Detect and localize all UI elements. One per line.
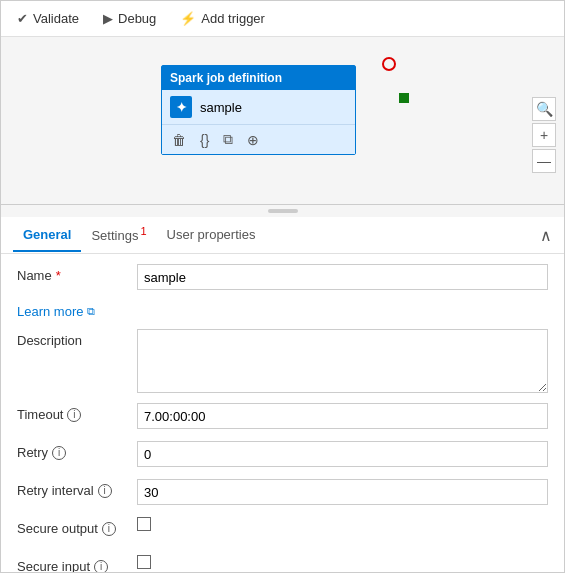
timeout-info-icon[interactable]: i	[67, 408, 81, 422]
retry-interval-input[interactable]	[137, 479, 548, 505]
tab-general[interactable]: General	[13, 219, 81, 252]
panel-divider[interactable]	[1, 205, 564, 217]
learn-more-text: Learn more	[17, 304, 83, 319]
spark-logo-icon: ✦	[170, 96, 192, 118]
validate-label: Validate	[33, 11, 79, 26]
tab-user-properties-label: User properties	[167, 227, 256, 242]
form-area: Name * Learn more ⧉ Description Timeout …	[1, 254, 564, 573]
timeout-label: Timeout i	[17, 403, 137, 422]
minus-icon: —	[537, 153, 551, 169]
timeout-input[interactable]	[137, 403, 548, 429]
debug-icon: ▶	[103, 11, 113, 26]
validate-button[interactable]: ✔ Validate	[13, 9, 83, 28]
retry-interval-info-icon[interactable]: i	[98, 484, 112, 498]
trigger-icon: ⚡	[180, 11, 196, 26]
zoom-in-button[interactable]: +	[532, 123, 556, 147]
name-input[interactable]	[137, 264, 548, 290]
name-label: Name *	[17, 264, 137, 283]
retry-info-icon[interactable]: i	[52, 446, 66, 460]
timeout-label-text: Timeout	[17, 407, 63, 422]
retry-interval-label: Retry interval i	[17, 479, 137, 498]
plus-icon: +	[540, 127, 548, 143]
secure-input-info-icon[interactable]: i	[94, 560, 108, 573]
node-delete-button[interactable]: 🗑	[170, 130, 188, 150]
tab-settings-badge: 1	[140, 225, 146, 237]
validate-icon: ✔	[17, 11, 28, 26]
tab-user-properties[interactable]: User properties	[157, 219, 266, 252]
canvas-controls: 🔍 + —	[532, 97, 556, 173]
canvas-area: Spark job definition ✦ sample 🗑 {} ⧉ ⊕ 🔍…	[1, 37, 564, 205]
spark-node-name: sample	[200, 100, 242, 115]
description-label-text: Description	[17, 333, 82, 348]
retry-interval-row: Retry interval i	[17, 479, 548, 507]
search-icon: 🔍	[536, 101, 553, 117]
node-copy-button[interactable]: ⧉	[221, 129, 235, 150]
secure-input-row: Secure input i	[17, 555, 548, 573]
external-link-icon: ⧉	[87, 305, 95, 318]
description-input[interactable]	[137, 329, 548, 393]
node-code-button[interactable]: {}	[198, 130, 211, 150]
name-row: Name *	[17, 264, 548, 292]
success-indicator	[399, 93, 409, 103]
zoom-out-button[interactable]: —	[532, 149, 556, 173]
secure-input-checkbox[interactable]	[137, 555, 151, 569]
retry-input[interactable]	[137, 441, 548, 467]
collapse-panel-button[interactable]: ∧	[540, 226, 552, 245]
retry-interval-label-text: Retry interval	[17, 483, 94, 498]
secure-output-info-icon[interactable]: i	[102, 522, 116, 536]
name-required-star: *	[56, 268, 61, 283]
description-label: Description	[17, 329, 137, 348]
spark-node-body: ✦ sample	[162, 90, 355, 124]
add-trigger-button[interactable]: ⚡ Add trigger	[176, 9, 269, 28]
spark-node: Spark job definition ✦ sample 🗑 {} ⧉ ⊕	[161, 65, 356, 155]
spark-node-header-label: Spark job definition	[170, 71, 282, 85]
properties-panel: General Settings1 User properties ∧ Name…	[1, 217, 564, 573]
spark-node-footer: 🗑 {} ⧉ ⊕	[162, 124, 355, 154]
tab-general-label: General	[23, 227, 71, 242]
tabs-bar: General Settings1 User properties ∧	[1, 217, 564, 254]
secure-output-checkbox[interactable]	[137, 517, 151, 531]
secure-input-label: Secure input i	[17, 555, 137, 573]
divider-bar	[268, 209, 298, 213]
retry-label: Retry i	[17, 441, 137, 460]
error-indicator	[382, 57, 396, 71]
timeout-row: Timeout i	[17, 403, 548, 431]
tab-settings[interactable]: Settings1	[81, 217, 156, 253]
learn-more-link[interactable]: Learn more ⧉	[17, 302, 548, 319]
secure-output-label: Secure output i	[17, 517, 137, 536]
toolbar: ✔ Validate ▶ Debug ⚡ Add trigger	[1, 1, 564, 37]
retry-row: Retry i	[17, 441, 548, 469]
tab-settings-label: Settings	[91, 228, 138, 243]
secure-output-label-text: Secure output	[17, 521, 98, 536]
secure-input-label-text: Secure input	[17, 559, 90, 573]
debug-label: Debug	[118, 11, 156, 26]
node-connect-button[interactable]: ⊕	[245, 130, 261, 150]
add-trigger-label: Add trigger	[201, 11, 265, 26]
secure-output-row: Secure output i	[17, 517, 548, 545]
name-label-text: Name	[17, 268, 52, 283]
learn-more-row: Learn more ⧉	[17, 302, 548, 319]
retry-label-text: Retry	[17, 445, 48, 460]
search-canvas-button[interactable]: 🔍	[532, 97, 556, 121]
debug-button[interactable]: ▶ Debug	[99, 9, 160, 28]
description-row: Description	[17, 329, 548, 393]
spark-node-header: Spark job definition	[162, 66, 355, 90]
